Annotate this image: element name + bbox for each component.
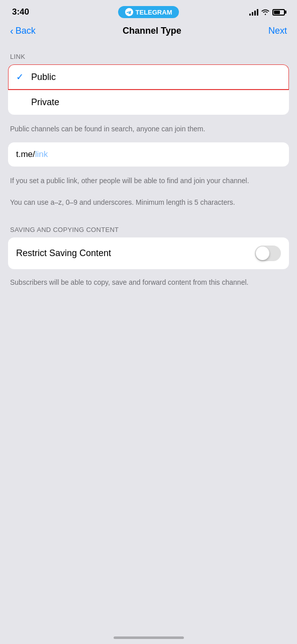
check-icon: ✓ [16,71,31,83]
public-option[interactable]: ✓ Public [8,64,289,90]
wifi-icon [261,9,269,15]
restrict-saving-toggle[interactable] [255,246,281,261]
channel-type-card: ✓ Public Private [8,64,289,115]
restrict-saving-row: Restrict Saving Content [16,237,281,269]
saving-section: SAVING AND COPYING CONTENT Restrict Savi… [8,226,289,296]
restrict-saving-label: Restrict Saving Content [16,248,111,259]
back-button[interactable]: ‹ Back [10,25,36,37]
status-bar: 3:40 TELEGRAM [0,0,297,21]
public-label: Public [31,72,56,83]
telegram-icon [125,8,133,16]
back-chevron-icon: ‹ [10,25,14,37]
link-section-label: LINK [8,53,289,60]
restrict-saving-card: Restrict Saving Content [8,237,289,269]
private-option[interactable]: Private [8,90,289,115]
toggle-thumb [256,247,269,260]
back-label: Back [16,26,36,36]
content-area: LINK ✓ Public Private Public channels ca… [0,43,297,296]
link-prefix: t.me/ [16,149,35,159]
link-input-card: t.me/link [8,142,289,167]
home-indicator [114,636,184,639]
saving-section-label: SAVING AND COPYING CONTENT [8,226,289,233]
private-label: Private [16,97,59,108]
link-hint-1: If you set a public link, other people w… [8,173,289,194]
link-hint-2: You can use a–z, 0–9 and underscores. Mi… [8,194,289,216]
battery-icon [272,9,285,16]
status-time: 3:40 [12,7,29,17]
status-icons [249,9,285,16]
telegram-pill-container: TELEGRAM [118,6,179,18]
link-placeholder: link [35,149,48,159]
signal-icon [249,9,258,16]
telegram-pill: TELEGRAM [118,6,179,18]
saving-description: Subscribers will be able to copy, save a… [8,274,289,296]
public-description: Public channels can be found in search, … [8,121,289,142]
telegram-label: TELEGRAM [136,9,172,16]
nav-bar: ‹ Back Channel Type Next [0,21,297,43]
page-title: Channel Type [123,26,181,36]
next-button[interactable]: Next [268,26,287,36]
